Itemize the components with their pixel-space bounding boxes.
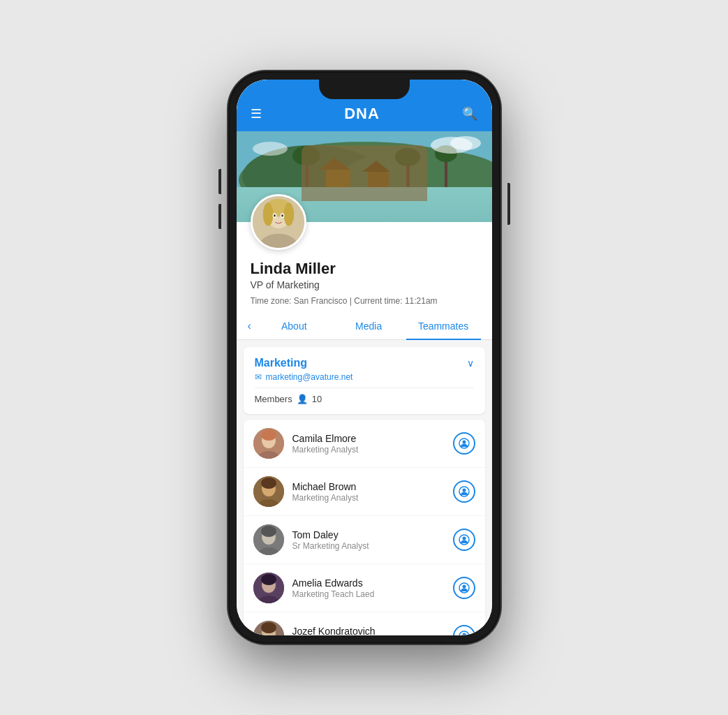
svg-rect-7 [368, 172, 389, 187]
member-avatar [253, 524, 284, 555]
svg-marker-6 [319, 158, 350, 170]
svg-point-17 [253, 142, 288, 156]
member-info: Amelia Edwards Marketing Teach Laed [292, 577, 453, 599]
member-avatar [253, 573, 284, 603]
member-name: Amelia Edwards [292, 577, 453, 589]
email-icon: ✉ [255, 372, 262, 382]
members-count: 10 [312, 394, 322, 404]
team-email[interactable]: marketing@avature.net [266, 372, 353, 382]
svg-point-31 [261, 429, 276, 441]
profile-job-title: VP of Marketing [251, 279, 478, 290]
member-name: Michael Brown [292, 481, 453, 492]
members-list: Camila Elmore Marketing Analyst [244, 420, 485, 635]
member-name: Camila Elmore [292, 433, 453, 444]
profile-name: Linda Miller [251, 260, 478, 278]
tab-teammates[interactable]: Teammates [406, 314, 481, 340]
profile-section: Linda Miller VP of Marketing Time zone: … [237, 222, 492, 313]
back-button[interactable]: ‹ [248, 320, 257, 332]
member-profile-button[interactable] [453, 480, 475, 503]
power-button [507, 183, 510, 225]
notch [319, 80, 410, 99]
member-role: Sr Marketing Analyst [292, 541, 453, 551]
members-row: Members 👤 10 [255, 388, 474, 404]
team-email-row: ✉ marketing@avature.net [255, 372, 474, 382]
svg-rect-38 [263, 485, 274, 487]
volume-up-button [218, 169, 221, 194]
volume-down-button [218, 204, 221, 229]
phone-screen: ☰ DNA 🔍 [237, 80, 492, 635]
svg-point-10 [292, 146, 320, 165]
member-profile-button[interactable] [453, 625, 475, 635]
svg-point-40 [462, 489, 466, 492]
svg-point-22 [262, 202, 273, 226]
member-info: Camila Elmore Marketing Analyst [292, 433, 453, 455]
team-name: Marketing [255, 357, 308, 369]
svg-point-58 [462, 633, 466, 636]
app-container: ☰ DNA 🔍 [237, 80, 492, 635]
table-row[interactable]: Tom Daley Sr Marketing Analyst [244, 516, 485, 564]
svg-point-56 [261, 622, 276, 633]
team-card: Marketing ∨ ✉ marketing@avature.net Memb… [244, 347, 485, 414]
team-header: Marketing ∨ [255, 357, 474, 369]
member-role: Marketing Analyst [292, 445, 453, 455]
member-info: Michael Brown Marketing Analyst [292, 481, 453, 503]
menu-icon[interactable]: ☰ [251, 108, 262, 120]
table-row[interactable]: Amelia Edwards Marketing Teach Laed [244, 564, 485, 612]
svg-point-50 [261, 574, 276, 585]
member-profile-button[interactable] [453, 529, 475, 551]
member-avatar [253, 621, 284, 635]
member-info: Jozef Kondratovich Marketing Analyst [292, 626, 453, 636]
svg-point-12 [395, 148, 420, 166]
members-icon: 👤 [297, 394, 308, 404]
tab-media[interactable]: Media [332, 314, 406, 340]
member-role: Marketing Teach Laed [292, 589, 453, 599]
member-avatar [253, 476, 284, 507]
profile-timezone: Time zone: San Francisco | Current time:… [251, 296, 478, 306]
avatar [251, 194, 306, 250]
svg-point-52 [462, 585, 466, 589]
table-row[interactable]: Camila Elmore Marketing Analyst [244, 420, 485, 468]
table-row[interactable]: Michael Brown Marketing Analyst [244, 468, 485, 516]
chevron-down-icon[interactable]: ∨ [467, 358, 474, 369]
content-area[interactable]: Marketing ∨ ✉ marketing@avature.net Memb… [237, 340, 492, 635]
svg-rect-5 [326, 170, 350, 187]
svg-rect-13 [445, 158, 447, 189]
avatar-wrapper [251, 194, 478, 250]
member-name: Tom Daley [292, 529, 453, 540]
tabs-bar: ‹ About Media Teammates [237, 313, 492, 340]
svg-rect-11 [406, 161, 410, 187]
svg-point-26 [274, 214, 276, 217]
svg-point-33 [462, 441, 466, 444]
svg-marker-8 [362, 161, 390, 172]
member-name: Jozef Kondratovich [292, 626, 453, 636]
app-title: DNA [344, 105, 380, 123]
member-profile-button[interactable] [453, 432, 475, 455]
phone-frame: ☰ DNA 🔍 [228, 71, 500, 644]
table-row[interactable]: Jozef Kondratovich Marketing Analyst [244, 612, 485, 635]
members-label: Members [255, 394, 292, 404]
svg-rect-9 [305, 159, 309, 187]
svg-point-46 [462, 537, 466, 540]
tab-about[interactable]: About [257, 314, 332, 340]
member-info: Tom Daley Sr Marketing Analyst [292, 529, 453, 551]
svg-point-44 [261, 526, 276, 537]
svg-point-16 [450, 136, 481, 150]
member-profile-button[interactable] [453, 577, 475, 599]
search-icon[interactable]: 🔍 [462, 106, 477, 121]
svg-point-27 [281, 214, 283, 217]
svg-point-23 [283, 202, 294, 226]
member-role: Marketing Analyst [292, 493, 453, 503]
member-avatar [253, 428, 284, 459]
